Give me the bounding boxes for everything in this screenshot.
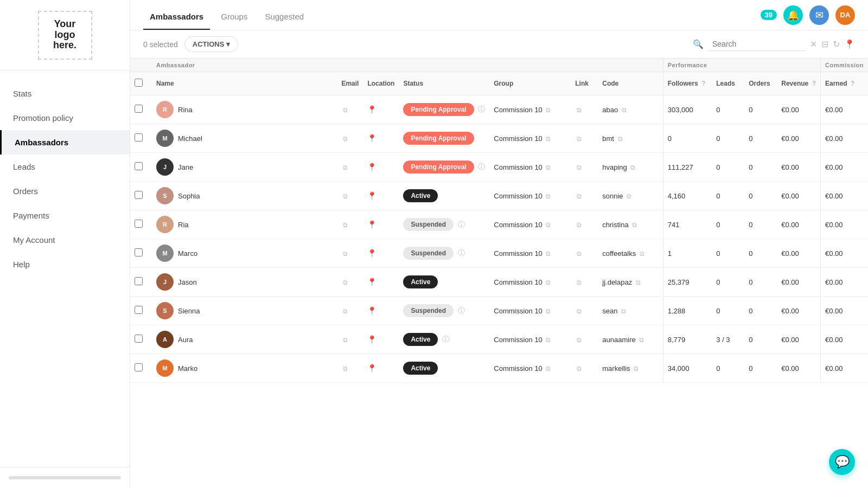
copy-group-icon[interactable]: ⧉	[546, 221, 551, 229]
tab-ambassadors[interactable]: Ambassadors	[143, 12, 210, 30]
row-checkbox[interactable]	[135, 363, 143, 371]
copy-group-icon[interactable]: ⧉	[546, 192, 551, 200]
sidebar-item-my-account[interactable]: My Account	[0, 228, 130, 252]
copy-code-icon[interactable]: ⧉	[639, 336, 644, 344]
copy-code-icon[interactable]: ⧉	[621, 307, 626, 315]
location-pin-icon[interactable]: 📍	[367, 191, 376, 200]
sidebar-item-payments[interactable]: Payments	[0, 203, 130, 228]
copy-email-icon[interactable]: ⧉	[343, 279, 348, 286]
location-pin-icon[interactable]: 📍	[367, 105, 376, 114]
copy-code-icon[interactable]: ⧉	[627, 192, 631, 200]
status-info-icon[interactable]: ⓘ	[458, 249, 465, 257]
copy-email-icon[interactable]: ⧉	[343, 192, 348, 200]
copy-link-icon[interactable]: ⧉	[577, 307, 582, 315]
copy-code-icon[interactable]: ⧉	[618, 135, 623, 143]
location-pin-icon[interactable]: 📍	[367, 249, 376, 258]
row-checkbox[interactable]	[135, 191, 143, 199]
status-badge[interactable]: Pending Approval	[403, 160, 474, 174]
copy-code-icon[interactable]: ⧉	[632, 221, 637, 229]
copy-code-icon[interactable]: ⧉	[640, 250, 644, 258]
copy-email-icon[interactable]: ⧉	[343, 307, 348, 315]
row-checkbox[interactable]	[135, 133, 143, 142]
status-badge[interactable]: Active	[403, 333, 438, 346]
copy-email-icon[interactable]: ⧉	[343, 135, 348, 143]
copy-link-icon[interactable]: ⧉	[577, 106, 582, 114]
copy-link-icon[interactable]: ⧉	[577, 336, 582, 344]
copy-group-icon[interactable]: ⧉	[546, 279, 551, 286]
notification-bell-button[interactable]: 🔔	[783, 5, 803, 25]
copy-group-icon[interactable]: ⧉	[546, 365, 551, 373]
sidebar-item-help[interactable]: Help	[0, 252, 130, 277]
status-info-icon[interactable]: ⓘ	[478, 163, 485, 171]
row-checkbox[interactable]	[135, 162, 143, 170]
status-info-icon[interactable]: ⓘ	[478, 105, 485, 113]
status-badge[interactable]: Active	[403, 362, 438, 375]
copy-group-icon[interactable]: ⧉	[546, 164, 551, 171]
actions-button[interactable]: ACTIONS ▾	[184, 36, 239, 52]
status-badge[interactable]: Active	[403, 275, 438, 288]
notification-count[interactable]: 39	[761, 10, 777, 20]
tab-suggested[interactable]: Suggested	[258, 12, 310, 30]
th-name[interactable]: Name	[152, 72, 337, 95]
row-checkbox[interactable]	[135, 220, 143, 228]
copy-group-icon[interactable]: ⧉	[546, 336, 551, 344]
copy-link-icon[interactable]: ⧉	[577, 221, 582, 229]
copy-email-icon[interactable]: ⧉	[343, 164, 348, 171]
copy-group-icon[interactable]: ⧉	[546, 307, 551, 315]
chat-fab-button[interactable]: 💬	[829, 449, 855, 475]
copy-group-icon[interactable]: ⧉	[546, 250, 551, 258]
copy-code-icon[interactable]: ⧉	[622, 106, 627, 114]
location-pin-icon[interactable]: 📍	[367, 335, 376, 344]
location-pin-icon[interactable]: 📍	[367, 134, 376, 143]
tab-groups[interactable]: Groups	[214, 12, 254, 30]
location-pin-icon[interactable]: 📍	[367, 220, 376, 229]
copy-group-icon[interactable]: ⧉	[546, 106, 551, 114]
sidebar-item-ambassadors[interactable]: Ambassadors	[0, 130, 130, 155]
location-pin-icon[interactable]: 📍	[367, 278, 376, 286]
sidebar-item-orders[interactable]: Orders	[0, 179, 130, 203]
status-info-icon[interactable]: ⓘ	[442, 335, 449, 343]
status-badge[interactable]: Suspended	[403, 218, 454, 231]
filter-icon[interactable]: ⊟	[821, 39, 828, 49]
row-checkbox[interactable]	[135, 248, 143, 256]
select-all-checkbox[interactable]	[135, 79, 143, 87]
copy-code-icon[interactable]: ⧉	[636, 279, 641, 286]
row-checkbox[interactable]	[135, 335, 143, 343]
copy-link-icon[interactable]: ⧉	[577, 192, 582, 200]
row-checkbox[interactable]	[135, 277, 143, 285]
row-checkbox[interactable]	[135, 306, 143, 314]
row-checkbox[interactable]	[135, 105, 143, 113]
copy-email-icon[interactable]: ⧉	[343, 250, 348, 258]
copy-link-icon[interactable]: ⧉	[577, 164, 582, 171]
sidebar-item-promotion-policy[interactable]: Promotion policy	[0, 106, 130, 130]
copy-group-icon[interactable]: ⧉	[546, 135, 551, 143]
sidebar-item-stats[interactable]: Stats	[0, 81, 130, 106]
location-pin-icon[interactable]: 📍	[844, 39, 855, 49]
status-badge[interactable]: Active	[403, 189, 438, 202]
location-pin-icon[interactable]: 📍	[367, 163, 376, 171]
status-info-icon[interactable]: ⓘ	[458, 306, 465, 314]
status-badge[interactable]: Suspended	[403, 304, 454, 317]
copy-link-icon[interactable]: ⧉	[577, 250, 582, 258]
copy-link-icon[interactable]: ⧉	[577, 135, 582, 143]
copy-link-icon[interactable]: ⧉	[577, 279, 582, 286]
copy-code-icon[interactable]: ⧉	[630, 164, 635, 171]
status-badge[interactable]: Suspended	[403, 247, 454, 260]
email-button[interactable]: ✉	[809, 5, 829, 25]
location-pin-icon[interactable]: 📍	[367, 306, 376, 315]
sidebar-item-leads[interactable]: Leads	[0, 155, 130, 179]
copy-link-icon[interactable]: ⧉	[577, 365, 582, 373]
location-pin-icon[interactable]: 📍	[367, 364, 376, 373]
copy-code-icon[interactable]: ⧉	[634, 365, 639, 373]
copy-email-icon[interactable]: ⧉	[343, 365, 348, 373]
user-avatar-button[interactable]: DA	[835, 5, 855, 25]
status-badge[interactable]: Pending Approval	[403, 132, 474, 145]
search-input[interactable]	[712, 40, 788, 48]
close-icon[interactable]: ✕	[810, 39, 817, 49]
copy-email-icon[interactable]: ⧉	[343, 106, 348, 114]
status-badge[interactable]: Pending Approval	[403, 103, 474, 116]
status-info-icon[interactable]: ⓘ	[458, 220, 465, 228]
copy-email-icon[interactable]: ⧉	[343, 221, 348, 229]
refresh-icon[interactable]: ↻	[833, 39, 840, 49]
copy-email-icon[interactable]: ⧉	[343, 336, 348, 344]
